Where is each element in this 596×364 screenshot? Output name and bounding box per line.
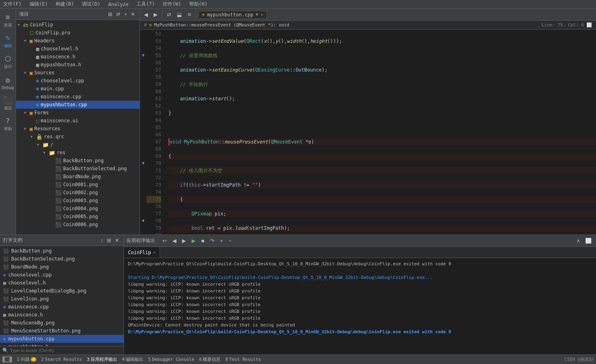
menu-edit[interactable]: 编辑(E) [28, 0, 50, 8]
tree-item-mypushbutton-cpp[interactable]: ⊕ mypushbutton.cpp [16, 101, 140, 109]
menu-tools[interactable]: 工具(T) [135, 0, 156, 8]
breadcrumb-icon: ⊕ [149, 22, 152, 28]
breadcrumb-expand-btn[interactable]: ⬜ [586, 22, 592, 28]
doc-item-backbuttonselected[interactable]: ⬛ BackButtonSelected.png [0, 255, 124, 263]
tree-item-backbutton-png[interactable]: ⬛ BackButton.png [16, 157, 140, 165]
tree-item-headers[interactable]: ▼ ▣ Headers [16, 37, 140, 45]
tree-item-coin0005-png[interactable]: ⬛ Coin0005.png [16, 213, 140, 221]
bottom-tab-appoutput[interactable]: 3 应用程序输出 [87, 356, 117, 362]
tree-item-slash[interactable]: ▼ 📁 / [16, 141, 140, 149]
doc-item-mypushbutton-cpp[interactable]: ⊕ mypushbutton.cpp [0, 335, 124, 343]
tree-item-coin0001-png[interactable]: ⬛ Coin0001.png [16, 181, 140, 189]
forms-icon: ▣ [30, 110, 33, 116]
tree-item-resources[interactable]: ▼ ▣ Resources [16, 125, 140, 133]
open-docs-close-btn[interactable]: ✕ [114, 237, 120, 244]
tree-item-coinflip[interactable]: ▼ 🗁 CoinFlip [16, 21, 140, 29]
open-docs-sort-btn[interactable]: ↕ [100, 237, 105, 244]
output-btn-step[interactable]: ↷ [208, 237, 216, 245]
doc-item-backbutton[interactable]: ⬛ BackButton.png [0, 247, 124, 255]
file-panel-close-btn[interactable]: ✕ [130, 11, 136, 18]
file-panel-sync-btn[interactable]: ⇄ [115, 11, 122, 18]
doc-item-mainscence-h[interactable]: ▦ mainscence.h [0, 311, 124, 319]
file-panel-add-btn[interactable]: + [123, 11, 128, 18]
tree-item-backbuttonselected-png[interactable]: ⬛ BackButtonSelected.png [16, 165, 140, 173]
tree-item-sources[interactable]: ▼ ▣ Sources [16, 69, 140, 77]
menu-debug[interactable]: 调试(D) [80, 0, 102, 8]
bottom-tab-editoutput[interactable]: 4 编辑输出 [122, 356, 144, 362]
file-panel-filter-btn[interactable]: ⊞ [107, 11, 114, 18]
menu-file[interactable]: 文件(F) [2, 0, 23, 8]
tree-item-chooselevel-h[interactable]: ▦ chooselevel.h [16, 45, 140, 53]
output-btn-add[interactable]: + [218, 237, 225, 245]
output-btn-next[interactable]: ▶ [180, 237, 188, 245]
sidebar-item-help[interactable]: ? 帮助 [1, 114, 15, 134]
bottom-tab-problems[interactable]: 1 问题 4 [17, 356, 36, 362]
doc-item-levelcompleted[interactable]: ⬛ LevelCompletedDialogBg.png [0, 287, 124, 295]
bottom-tab-summary[interactable]: 6 概要信息 [199, 356, 221, 362]
tree-item-coin0002-png[interactable]: ⬛ Coin0002.png [16, 189, 140, 197]
nav-sync-btn[interactable]: ⇄ [164, 10, 174, 19]
menu-build[interactable]: 构建(B) [54, 0, 76, 8]
output-btn-minus[interactable]: − [226, 237, 234, 245]
tree-item-res-qrc[interactable]: ▼ 🔒 res.qrc [16, 133, 140, 141]
tree-item-forms[interactable]: ▼ ▣ Forms [16, 109, 140, 117]
nav-forward-btn[interactable]: ▶ [151, 10, 160, 19]
output-line-3: libpng warning: iCCP: known incorrect sR… [128, 281, 592, 288]
sidebar-item-design[interactable]: ⬡ 设计 [1, 52, 15, 72]
nav-close-btn[interactable]: ✕ [185, 10, 194, 19]
output-btn-run[interactable]: ↩ [160, 237, 169, 245]
output-btn-play[interactable]: ▶ [190, 237, 198, 245]
tree-label-sources: Sources [34, 70, 55, 76]
code-content[interactable]: animation->setEndValue(QRect(x(),y(),wid… [164, 30, 596, 235]
tree-item-mainscence-cpp[interactable]: ⊕ mainscence.cpp [16, 93, 140, 101]
tree-item-coin0003-png[interactable]: ⬛ Coin0003.png [16, 197, 140, 205]
bottom-tab-testresults[interactable]: 8 Test Results [225, 357, 261, 362]
doc-item-mypushbutton-h[interactable]: ▦ mypushbutton.h [0, 343, 124, 346]
output-btn-collapse[interactable]: ∧ [574, 237, 582, 245]
bottom-tab-debuggerconsole[interactable]: 5 Debugger Console [148, 357, 194, 362]
nav-back-btn[interactable]: ◀ [142, 10, 150, 19]
output-content[interactable]: D:\MyProgram\Practice_Qt\CoinFlip\build-… [124, 258, 596, 354]
output-tab-close-btn[interactable]: ✕ [153, 250, 156, 255]
tree-item-coin0006-png[interactable]: ⬛ Coin0006.png [16, 221, 140, 229]
tree-item-main-cpp[interactable]: ⊕ main.cpp [16, 85, 140, 93]
doc-item-menuscenebg[interactable]: ⬛ MenuSceneBg.png [0, 319, 124, 327]
sidebar-item-debug[interactable]: ⚙ Debug [1, 73, 15, 93]
menu-analyze[interactable]: Analyze [107, 1, 130, 8]
search-input[interactable] [10, 348, 121, 353]
doc-item-mainscence-cpp[interactable]: ⊕ mainscence.cpp [0, 303, 124, 311]
output-btn-prev[interactable]: ◀ [170, 237, 178, 245]
file-tab-dropdown[interactable]: ▼ [256, 12, 258, 17]
sidebar-item-welcome[interactable]: ≡ 欢迎 [1, 10, 15, 30]
bottom-tab-search[interactable]: 2 Search Results [41, 357, 82, 362]
tree-item-coin0004-png[interactable]: ⬛ Coin0004.png [16, 205, 140, 213]
tree-item-res-folder[interactable]: ▼ 📁 res [16, 149, 140, 157]
open-docs-add-btn[interactable]: ⊞ [106, 237, 112, 244]
tree-item-mainscence-h[interactable]: ▦ mainscence.h [16, 53, 140, 61]
tree-item-mainscence-ui[interactable]: ⬚ mainscence.ui [16, 117, 140, 125]
bottom-gutter-toggle[interactable]: ⬛ [2, 356, 12, 362]
file-tab-close[interactable]: ✕ [261, 12, 264, 17]
tree-item-chooselevel-cpp[interactable]: ⊕ chooselevel.cpp [16, 77, 140, 85]
sidebar-item-edit[interactable]: ✎ 编辑 [1, 31, 15, 51]
output-tab-coinflip[interactable]: CoinFlip ✕ [124, 247, 160, 258]
tree-item-mypushbutton-h[interactable]: ▦ mypushbutton.h [16, 61, 140, 69]
sidebar-item-label-welcome: 欢迎 [4, 22, 12, 28]
doc-item-menuscenestartbutton[interactable]: ⬛ MenuSceneStartButton.png [0, 327, 124, 335]
doc-item-levelicon[interactable]: ⬛ LevelIcon.png [0, 295, 124, 303]
tree-label-backbutton-png: BackButton.png [63, 158, 104, 163]
toolbar-sep1 [162, 11, 162, 18]
tree-item-coinflip-pro[interactable]: ⬡ CoinFlip.pro [16, 29, 140, 37]
doc-item-boardnode[interactable]: ⬛ BoardNode.png [0, 263, 124, 271]
tree-item-boardnode-png[interactable]: ⬛ BoardNode.png [16, 173, 140, 181]
output-btn-stop[interactable]: ■ [199, 237, 206, 245]
menu-help[interactable]: 帮助(H) [188, 0, 209, 8]
nav-split-btn[interactable]: ⬓ [174, 10, 184, 19]
menu-controls[interactable]: 控件(W) [161, 0, 183, 8]
code-line-63: { [168, 196, 596, 203]
file-panel-header: 项目 ⊞ ⇄ + ✕ [16, 9, 140, 20]
sidebar-item-project[interactable]: ⬛ 项目 [1, 93, 15, 113]
doc-item-chooselevel-h[interactable]: ▦ chooselevel.h [0, 279, 124, 287]
doc-item-chooselevel-cpp[interactable]: ⊕ chooselevel.cpp [0, 271, 124, 279]
output-btn-expand[interactable]: ⬜ [583, 237, 594, 245]
